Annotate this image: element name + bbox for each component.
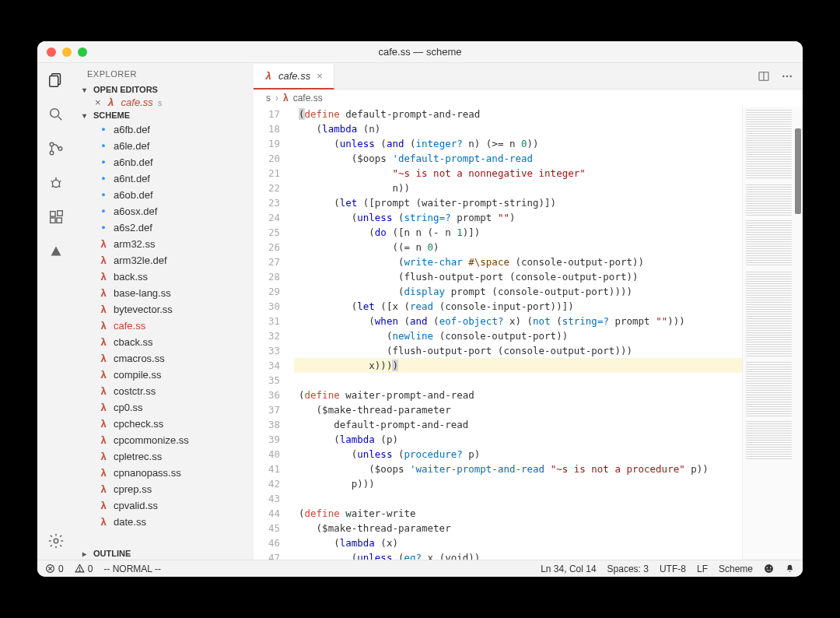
breadcrumb[interactable]: s › λ cafe.ss [254, 90, 803, 107]
code-line[interactable]: ((= n 0) [294, 240, 742, 255]
file-item[interactable]: ●a6nt.def [75, 170, 254, 187]
file-item[interactable]: λcpcheck.ss [75, 416, 254, 432]
file-item[interactable]: ●a6ob.def [75, 187, 254, 203]
file-item[interactable]: ●a6le.def [75, 138, 254, 154]
close-tab-icon[interactable]: × [315, 70, 324, 82]
code-line[interactable]: (define default-prompt-and-read [294, 107, 742, 121]
code-line[interactable]: x)))) [294, 358, 742, 373]
code-line[interactable]: default-prompt-and-read [294, 417, 742, 432]
breadcrumb-part[interactable]: cafe.ss [293, 93, 323, 104]
code-line[interactable]: (do ([n n (- n 1)]) [294, 225, 742, 240]
project-label: SCHEME [93, 111, 130, 120]
debug-activity-icon[interactable] [47, 174, 65, 192]
split-editor-icon[interactable] [758, 70, 770, 83]
more-actions-icon[interactable] [781, 70, 793, 83]
code-line[interactable]: (define waiter-write [294, 506, 742, 521]
settings-activity-icon[interactable] [47, 532, 65, 550]
extensions-activity-icon[interactable] [47, 208, 65, 226]
warnings-count[interactable]: 0 [75, 564, 93, 574]
code-line[interactable]: (unless (string=? prompt "") [294, 210, 742, 225]
chevron-right-icon: › [275, 93, 278, 104]
code-line[interactable]: (flush-output-port (console-output-port)… [294, 269, 742, 284]
file-item[interactable]: ●a6fb.def [75, 121, 254, 138]
lambda-file-icon: λ [98, 498, 109, 513]
file-item[interactable]: λcompile.ss [75, 367, 254, 383]
code-line[interactable]: ($make-thread-parameter [294, 521, 742, 535]
code-line[interactable]: (flush-output-port (console-output-port)… [294, 343, 742, 358]
file-item[interactable]: λcback.ss [75, 334, 254, 350]
file-item[interactable]: λcpletrec.ss [75, 448, 254, 465]
code-line[interactable]: ($make-thread-parameter [294, 402, 742, 417]
code-editor[interactable]: 1718192021222324252627282930313233343536… [254, 107, 803, 560]
encoding[interactable]: UTF-8 [660, 564, 686, 574]
code-line[interactable]: p))) [294, 476, 742, 491]
errors-count[interactable]: 0 [45, 564, 64, 574]
minimize-window-button[interactable] [62, 47, 72, 57]
file-item[interactable]: λcpvalid.ss [75, 497, 254, 514]
code-line[interactable]: (newline (console-output-port)) [294, 328, 742, 343]
file-item[interactable]: λcpcommonize.ss [75, 432, 254, 448]
file-item[interactable]: λdate.ss [75, 514, 254, 530]
file-item[interactable]: λbytevector.ss [75, 301, 254, 318]
file-item[interactable]: ●a6osx.def [75, 203, 254, 219]
file-item[interactable]: ●a6nb.def [75, 154, 254, 170]
file-item[interactable]: λcp0.ss [75, 399, 254, 416]
code-line[interactable]: (let ([prompt (waiter-prompt-string)]) [294, 195, 742, 210]
code-line[interactable]: ($oops 'waiter-prompt-and-read "~s is no… [294, 462, 742, 476]
chevron-right-icon: ▸ [82, 550, 90, 558]
minimap[interactable] [742, 107, 803, 560]
code-line[interactable]: (lambda (n) [294, 121, 742, 136]
outline-section-header[interactable]: ▸ OUTLINE [75, 547, 254, 560]
code-line[interactable]: (unless (eq? x (void)) [294, 550, 742, 560]
project-section-header[interactable]: ▾ SCHEME [75, 109, 254, 121]
open-editor-item[interactable]: × λ cafe.ss s [75, 96, 254, 109]
code-line[interactable]: (when (and (eof-object? x) (not (string=… [294, 314, 742, 328]
file-item[interactable]: λcpnanopass.ss [75, 465, 254, 481]
code-line[interactable]: (display prompt (console-output-port)))) [294, 284, 742, 299]
close-editor-icon[interactable]: × [95, 97, 101, 108]
source-control-activity-icon[interactable] [47, 139, 65, 158]
notifications-icon[interactable] [785, 564, 795, 574]
code-line[interactable]: (let ([x (read (console-input-port))]) [294, 299, 742, 314]
file-name: cp0.ss [114, 400, 143, 415]
custom-activity-icon[interactable] [47, 242, 65, 261]
code-line[interactable]: (write-char #\space (console-output-port… [294, 255, 742, 269]
file-item[interactable]: ●a6s2.def [75, 219, 254, 236]
code-line[interactable]: (lambda (p) [294, 432, 742, 447]
file-item[interactable]: λbase-lang.ss [75, 285, 254, 301]
search-activity-icon[interactable] [47, 105, 65, 124]
minimap-scroll-thumb[interactable] [795, 128, 801, 214]
tab-cafe-ss[interactable]: λ cafe.ss × [254, 64, 334, 90]
open-editors-section-header[interactable]: ▾ OPEN EDITORS [75, 83, 254, 96]
file-item[interactable]: λcostctr.ss [75, 383, 254, 399]
code-line[interactable]: (unless (procedure? p) [294, 447, 742, 462]
file-item[interactable]: λarm32le.def [75, 252, 254, 269]
code-line[interactable]: (lambda (x) [294, 535, 742, 550]
sidebar: EXPLORER ▾ OPEN EDITORS × λ cafe.ss s ▾ … [75, 63, 254, 560]
code-line[interactable]: "~s is not a nonnegative integer" [294, 166, 742, 181]
file-item[interactable]: λarm32.ss [75, 236, 254, 252]
file-item[interactable]: λback.ss [75, 269, 254, 285]
explorer-activity-icon[interactable] [47, 71, 65, 90]
cursor-position[interactable]: Ln 34, Col 14 [541, 564, 596, 574]
eol[interactable]: LF [697, 564, 708, 574]
breadcrumb-part[interactable]: s [266, 93, 271, 104]
line-number: 42 [254, 476, 280, 491]
file-item[interactable]: λcprep.ss [75, 481, 254, 497]
code-line[interactable] [294, 373, 742, 388]
code-line[interactable]: (define waiter-prompt-and-read [294, 388, 742, 402]
code-line[interactable]: n)) [294, 181, 742, 195]
file-item[interactable]: λcafe.ss [75, 318, 254, 334]
close-window-button[interactable] [47, 47, 56, 57]
file-name: compile.ss [114, 367, 161, 382]
language-mode[interactable]: Scheme [719, 564, 753, 574]
code-line[interactable]: (unless (and (integer? n) (>= n 0)) [294, 136, 742, 151]
code-line[interactable] [294, 491, 742, 506]
code-line[interactable]: ($oops 'default-prompt-and-read [294, 151, 742, 166]
line-number: 34 [254, 358, 280, 373]
indentation[interactable]: Spaces: 3 [607, 564, 649, 574]
maximize-window-button[interactable] [78, 47, 87, 57]
feedback-icon[interactable] [764, 564, 774, 574]
file-item[interactable]: λcmacros.ss [75, 350, 254, 367]
code-content[interactable]: (define default-prompt-and-read (lambda … [294, 107, 742, 560]
